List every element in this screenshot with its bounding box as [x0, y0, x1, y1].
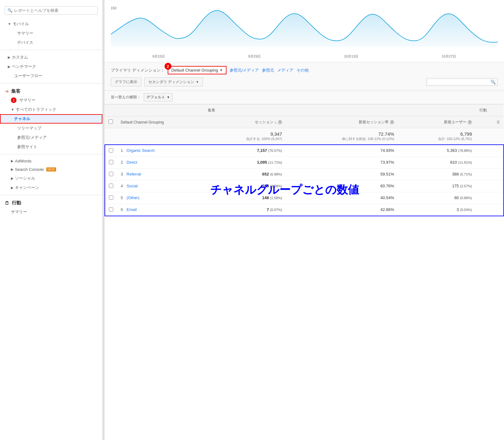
row2-new-users-cell: 810 (11.91%) — [398, 157, 476, 169]
totals-sessions-value: 9,347 — [270, 131, 282, 137]
sort-select[interactable]: デフォルト ▼ — [144, 93, 173, 101]
row1-channel-link[interactable]: Organic Search — [127, 148, 155, 153]
search-icon: 🔍 — [7, 8, 12, 13]
section-acquisition-label: 集客 — [11, 88, 21, 94]
sort-row: 並べ替えの種類： デフォルト ▼ — [105, 91, 504, 104]
sort-arrow-icon: ↓ — [275, 120, 277, 124]
table-row: 2 Direct 1,095 (11.71%) 73.97% 810 (11.9… — [105, 157, 504, 169]
row5-new-users-cell: 60 (0.88%) — [398, 192, 476, 204]
search-box[interactable]: 🔍 — [5, 6, 98, 15]
row2-new-session-rate-cell: 73.97% — [286, 157, 398, 169]
new-session-rate-label: 新規セッション率 — [359, 119, 389, 125]
row2-channel-link[interactable]: Direct — [127, 160, 137, 165]
sidebar-item-ref-media[interactable]: 参照元/メディア — [0, 133, 102, 142]
row1-new-users: 5,363 — [447, 148, 457, 153]
chart-x-label-4: 10月27日 — [442, 54, 456, 59]
row3-sessions: 652 — [262, 172, 269, 176]
row5-sessions: 148 — [262, 195, 269, 200]
search-input[interactable] — [14, 8, 95, 13]
sidebar-item-ref-site-label: 参照サイト — [17, 144, 37, 149]
row4-checkbox[interactable] — [109, 184, 113, 188]
totals-new-users-sub: 合計: 100.12% (6,791) — [402, 137, 472, 141]
row5-checkbox[interactable] — [109, 195, 113, 200]
row1-checkbox[interactable] — [109, 148, 113, 152]
ref-media-link[interactable]: 参照元/メディア — [230, 68, 259, 73]
chevron-right-icon6: ▶ — [11, 186, 13, 190]
sidebar-item-search-console-label: Search Console — [15, 167, 44, 172]
media-link[interactable]: メディア — [277, 68, 293, 73]
sidebar-item-userflow[interactable]: ユーザーフロー — [0, 71, 102, 81]
row6-checkbox[interactable] — [109, 207, 113, 212]
sessions-header: セッション ↓ ? — [204, 116, 286, 128]
row5-new-session-rate: 40.54% — [380, 195, 394, 200]
sidebar-item-adwords[interactable]: ▶ AdWords — [0, 157, 102, 165]
row6-sessions-cell: 7 (0.07%) — [204, 204, 286, 216]
row6-num: 6 — [121, 207, 123, 212]
chart-y-label: 150 — [111, 6, 116, 10]
row5-direct-cell — [476, 192, 504, 204]
row6-new-users: 3 — [457, 207, 459, 212]
default-channel-grouping-button[interactable]: 2 Default Channel Grouping ▼ — [168, 66, 226, 74]
sessions-help-icon[interactable]: ? — [278, 120, 282, 124]
other-link[interactable]: その他 — [296, 68, 309, 73]
row3-new-session-rate: 59.51% — [380, 172, 394, 176]
row5-checkbox-cell — [105, 192, 117, 204]
table-search-icon[interactable]: 🔍 — [491, 80, 496, 84]
table-search-input[interactable] — [428, 80, 491, 84]
sidebar-item-treemap[interactable]: ツリーマップ — [0, 124, 102, 133]
sort-label: 並べ替えの種類： — [111, 95, 141, 100]
row3-checkbox[interactable] — [109, 172, 113, 176]
row3-channel-link[interactable]: Referral — [127, 172, 141, 176]
table-search: 🔍 — [426, 78, 498, 86]
sidebar: 🔍 ▼ モバイル サマリー デバイス ▶ カスタム ▶ ベンチマーク ユーザーフ… — [0, 0, 103, 440]
new-users-help-icon[interactable]: ? — [468, 120, 472, 124]
sidebar-item-benchmark[interactable]: ▶ ベンチマーク — [0, 62, 102, 71]
sidebar-item-search-console[interactable]: ▶ Search Console NEW — [0, 165, 102, 174]
sidebar-item-summary2[interactable]: 1 サマリー — [0, 96, 102, 105]
sidebar-item-channel[interactable]: チャネル — [0, 114, 102, 124]
row6-channel-link[interactable]: Email — [127, 207, 137, 212]
sidebar-item-custom[interactable]: ▶ カスタム — [0, 53, 102, 62]
row5-num: 5 — [121, 195, 123, 200]
row2-checkbox[interactable] — [109, 160, 113, 164]
select-all-checkbox[interactable] — [109, 119, 113, 124]
row4-channel-link[interactable]: Social — [127, 184, 138, 188]
sidebar-item-device[interactable]: デバイス — [0, 38, 102, 47]
row4-new-users-cell: 175 (2.57%) — [398, 180, 476, 192]
row5-new-users: 60 — [454, 195, 459, 200]
primary-dim-row: プライマリ ディメンション： 2 Default Channel Groupin… — [111, 66, 498, 74]
row3-direct-cell — [476, 169, 504, 180]
channel-name-header: Default Channel Grouping — [117, 116, 204, 128]
behavior-icon: 🗒 — [5, 200, 9, 206]
secondary-dim-button[interactable]: セカンダリ ディメンション ▼ — [144, 77, 203, 87]
acquisition-arrow-icon: ➜ — [5, 88, 9, 94]
sidebar-item-campaign[interactable]: ▶ キャンペーン — [0, 183, 102, 192]
sidebar-item-mobile[interactable]: ▼ モバイル — [0, 19, 102, 29]
checkbox-header — [105, 116, 117, 128]
row3-new-session-rate-cell: 59.51% — [286, 169, 398, 180]
sort-value: デフォルト — [147, 95, 165, 100]
sidebar-item-summary3[interactable]: サマリー — [0, 207, 102, 217]
row4-direct-cell — [476, 180, 504, 192]
chevron-right-icon: ▶ — [8, 55, 10, 59]
row2-num: 2 — [121, 160, 123, 165]
table-row: 4 Social 288 (3.08%) 60.76% 175 (2.57%) — [105, 180, 504, 192]
sidebar-item-ref-site[interactable]: 参照サイト — [0, 142, 102, 152]
sidebar-item-benchmark-label: ベンチマーク — [12, 64, 36, 69]
direct-col-header: 直 — [476, 116, 504, 128]
sidebar-item-social[interactable]: ▶ ソーシャル — [0, 174, 102, 183]
row6-new-users-cell: 3 (0.04%) — [398, 204, 476, 216]
ref-link[interactable]: 参照元 — [262, 68, 274, 73]
sidebar-item-summary1[interactable]: サマリー — [0, 29, 102, 38]
totals-sessions-cell: 9,347 合計する: 100% (9,347) — [204, 128, 286, 145]
sidebar-item-ref-media-label: 参照元/メディア — [17, 135, 47, 140]
sidebar-item-channel-label: チャネル — [14, 116, 30, 121]
new-session-rate-help-icon[interactable]: ? — [390, 120, 394, 124]
new-users-label: 新規ユーザー — [444, 119, 466, 125]
sidebar-item-alltraffic[interactable]: ▼ すべてのトラフィック — [0, 105, 102, 114]
chevron-down-icon2: ▼ — [11, 108, 14, 111]
secondary-dim-chevron: ▼ — [196, 80, 199, 84]
row5-channel-link[interactable]: (Other) — [127, 195, 139, 200]
graph-display-button[interactable]: グラフに表示 — [111, 77, 141, 87]
sidebar-item-custom-label: カスタム — [12, 54, 28, 60]
